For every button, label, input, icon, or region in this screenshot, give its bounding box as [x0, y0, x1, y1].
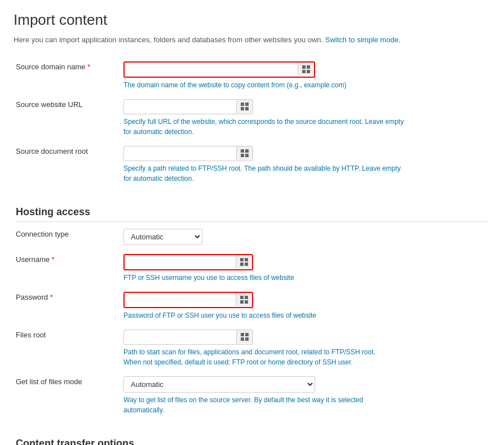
password-pick-btn[interactable]: [236, 293, 252, 306]
home-dir-link[interactable]: home directory: [268, 358, 313, 366]
username-required: *: [52, 255, 55, 264]
username-input-wrapper: [123, 254, 253, 270]
intro-text: Here you can import application instance…: [14, 34, 490, 46]
files-root-input-wrapper: [123, 330, 253, 345]
svg-rect-20: [241, 333, 244, 336]
username-pick-btn[interactable]: [236, 255, 252, 269]
svg-rect-18: [240, 300, 244, 304]
svg-rect-0: [302, 65, 306, 69]
form-table: Source domain name * The domain: [14, 57, 490, 446]
get-list-mode-hint: Way to get list of files on the source s…: [123, 395, 405, 415]
content-transfer-heading: Content transfer options: [16, 438, 488, 446]
source-url-input[interactable]: [124, 100, 236, 114]
svg-rect-12: [240, 258, 244, 261]
source-domain-hint: The domain name of the website to copy c…: [123, 80, 405, 90]
get-list-mode-field: Automatic FTP SSH Exec SSH SFTP Way to g…: [118, 372, 490, 420]
svg-rect-7: [245, 107, 249, 110]
pick-icon: [240, 102, 249, 111]
password-field: Password of FTP or SSH user you use to a…: [118, 287, 490, 325]
pick-icon: [302, 65, 311, 74]
svg-rect-16: [240, 296, 244, 299]
svg-rect-13: [245, 258, 248, 261]
svg-rect-6: [241, 107, 244, 110]
svg-rect-1: [307, 65, 310, 69]
source-docroot-input[interactable]: [124, 146, 236, 161]
content-transfer-heading-row: Content transfer options: [14, 420, 490, 446]
password-required: *: [50, 293, 53, 301]
switch-simple-mode-link[interactable]: Switch to simple mode.: [325, 35, 401, 44]
svg-rect-2: [302, 70, 306, 73]
source-url-field: Specify full URL of the website, which c…: [118, 95, 490, 141]
source-docroot-input-wrapper: [123, 146, 253, 161]
svg-rect-3: [307, 70, 310, 73]
source-domain-row: Source domain name * The domain: [14, 57, 490, 95]
pick-icon: [240, 149, 249, 158]
source-docroot-label: Source document root: [14, 141, 118, 188]
source-docroot-pick-btn[interactable]: [236, 146, 253, 160]
source-docroot-row: Source document root Specify a path rela…: [14, 141, 490, 188]
files-root-row: Files root Path to start scan for fil: [14, 325, 490, 372]
source-domain-field: The domain name of the website to copy c…: [118, 57, 490, 95]
svg-rect-11: [245, 154, 249, 157]
files-root-label: Files root: [14, 325, 118, 372]
source-domain-label: Source domain name *: [14, 57, 118, 95]
source-url-label: Source website URL: [14, 95, 118, 141]
username-field: FTP or SSH username you use to access fi…: [118, 250, 490, 287]
files-root-field: Path to start scan for files, applicatio…: [118, 325, 490, 372]
source-url-pick-btn[interactable]: [236, 100, 253, 113]
source-docroot-hint: Specify a path related to FTP/SSH root. …: [123, 163, 405, 184]
connection-type-select[interactable]: Automatic FTP SSH: [123, 229, 202, 245]
source-domain-required: *: [87, 63, 90, 71]
files-root-pick-btn[interactable]: [236, 330, 253, 344]
files-root-hint2: When not specified, default is used: FTP…: [123, 358, 353, 366]
ftp-root-link[interactable]: FTP root: [232, 358, 258, 366]
svg-rect-5: [245, 103, 249, 106]
svg-rect-19: [245, 300, 248, 304]
files-root-hint: Path to start scan for files, applicatio…: [123, 347, 405, 367]
connection-type-row: Connection type Automatic FTP SSH: [14, 224, 490, 250]
get-list-mode-row: Get list of files mode Automatic FTP SSH…: [14, 372, 490, 420]
svg-rect-15: [245, 262, 248, 266]
pick-icon: [240, 295, 249, 304]
source-url-input-wrapper: [123, 99, 253, 114]
svg-rect-4: [241, 103, 244, 106]
source-url-row: Source website URL Specify full URL of t…: [14, 95, 490, 141]
svg-rect-9: [245, 149, 249, 153]
password-input[interactable]: [125, 293, 236, 307]
source-domain-pick-btn[interactable]: [298, 63, 314, 76]
password-row: Password * Password of FTP or SS: [14, 287, 490, 325]
username-row: Username * FTP or SSH username y: [14, 250, 490, 287]
svg-rect-22: [241, 337, 244, 341]
connection-type-field: Automatic FTP SSH: [118, 224, 490, 250]
source-docroot-field: Specify a path related to FTP/SSH root. …: [118, 141, 490, 188]
get-list-mode-select[interactable]: Automatic FTP SSH Exec SSH SFTP: [123, 376, 315, 393]
svg-rect-10: [241, 154, 244, 157]
hosting-access-heading: Hosting access: [16, 206, 488, 222]
connection-type-label: Connection type: [14, 224, 118, 250]
svg-rect-8: [241, 149, 244, 153]
svg-rect-23: [245, 337, 249, 341]
files-root-input[interactable]: [124, 330, 236, 344]
password-label: Password *: [14, 287, 118, 325]
svg-rect-17: [245, 296, 248, 299]
username-hint: FTP or SSH username you use to access fi…: [123, 273, 405, 283]
username-input[interactable]: [125, 255, 236, 269]
hosting-access-heading-row: Hosting access: [14, 188, 490, 224]
password-input-wrapper: [123, 292, 253, 308]
pick-icon: [240, 257, 249, 266]
source-domain-input-wrapper: [123, 61, 315, 78]
source-domain-input[interactable]: [125, 63, 298, 77]
source-url-hint: Specify full URL of the website, which c…: [123, 117, 405, 137]
username-label: Username *: [14, 250, 118, 287]
svg-rect-21: [245, 333, 249, 336]
get-list-mode-label: Get list of files mode: [14, 372, 118, 420]
pick-icon: [240, 332, 249, 341]
password-hint: Password of FTP or SSH user you use to a…: [123, 310, 405, 321]
page-title: Import content: [14, 11, 490, 29]
svg-rect-14: [240, 262, 244, 266]
